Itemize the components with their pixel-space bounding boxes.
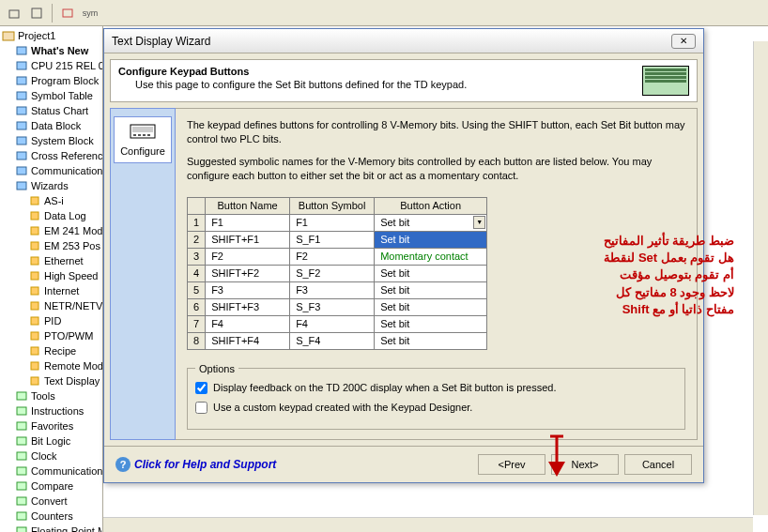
vscroll[interactable] — [753, 41, 768, 515]
options-legend: Options — [195, 363, 238, 374]
tree-wizard-item[interactable]: PTO/PWM — [2, 328, 100, 343]
svg-rect-33 — [17, 482, 26, 490]
svg-rect-21 — [31, 302, 38, 310]
tree-wizard-item[interactable]: NETR/NETV — [2, 298, 100, 313]
svg-marker-45 — [548, 462, 565, 477]
header-title: Configure Keypad Buttons — [118, 66, 249, 77]
svg-rect-31 — [17, 452, 26, 460]
tool-sym[interactable]: sym — [80, 3, 100, 23]
tree-item[interactable]: Instructions — [2, 403, 100, 418]
dialog-header: Configure Keypad Buttons Use this page t… — [110, 59, 698, 102]
tree-item[interactable]: Convert — [2, 494, 100, 509]
dialog-titlebar: Text Display Wizard ✕ — [104, 29, 703, 53]
tool-1[interactable] — [4, 3, 24, 23]
tree-item[interactable]: Status Chart — [2, 103, 100, 118]
sidebar-item-configure[interactable]: Configure — [114, 116, 172, 163]
cancel-button[interactable]: Cancel — [624, 454, 692, 475]
tree-item[interactable]: CPU 215 REL 01 — [2, 58, 100, 73]
svg-rect-20 — [31, 287, 38, 295]
wizard-sidebar: Configure — [110, 108, 176, 440]
tree-item[interactable]: Compare — [2, 479, 100, 494]
tree-wizard-item[interactable]: Internet — [2, 283, 100, 298]
close-button[interactable]: ✕ — [671, 34, 696, 49]
opt-custom-checkbox[interactable] — [195, 402, 207, 414]
svg-rect-28 — [17, 407, 26, 415]
opt-custom[interactable]: Use a custom keypad created with the Key… — [195, 402, 677, 414]
svg-rect-3 — [3, 32, 14, 40]
tree-wizard-item[interactable]: Data Log — [2, 208, 100, 223]
table-row[interactable]: 6SHIFT+F3S_F3Set bit — [188, 298, 487, 315]
tree-item[interactable]: Data Block — [2, 118, 100, 133]
tree-item[interactable]: Symbol Table — [2, 88, 100, 103]
svg-rect-39 — [133, 134, 136, 136]
prev-button[interactable]: <Prev — [478, 454, 545, 475]
tree-item[interactable]: What's New — [2, 43, 100, 58]
options-group: Options Display feedback on the TD 200C … — [187, 363, 685, 430]
svg-rect-24 — [31, 347, 38, 355]
help-link[interactable]: ?Click for Help and Support — [115, 457, 276, 472]
svg-rect-12 — [17, 167, 26, 175]
tree-wizard-item[interactable]: High Speed — [2, 268, 100, 283]
project-tree[interactable]: Project1 What's NewCPU 215 REL 01Program… — [0, 26, 103, 532]
tree-item[interactable]: Program Block — [2, 73, 100, 88]
table-row[interactable]: 7F4F4Set bit — [188, 315, 487, 332]
tree-wizard-item[interactable]: Ethernet — [2, 253, 100, 268]
table-row[interactable]: 5F3F3Set bit — [188, 281, 487, 298]
svg-rect-7 — [17, 92, 26, 99]
tree-wizard-item[interactable]: EM 241 Mod — [2, 223, 100, 238]
tree-wizard-item[interactable]: Recipe — [2, 343, 100, 358]
svg-rect-18 — [31, 257, 38, 265]
svg-rect-41 — [143, 134, 146, 136]
header-subtitle: Use this page to configure the Set Bit b… — [135, 79, 467, 90]
table-row[interactable]: 2SHIFT+F1S_F1Set bit — [188, 231, 487, 248]
opt-feedback[interactable]: Display feedback on the TD 200C display … — [195, 382, 677, 394]
tree-item[interactable]: Bit Logic — [2, 433, 100, 448]
table-row[interactable]: 3F2F2Momentary contact — [188, 248, 487, 265]
tree-item[interactable]: Clock — [2, 448, 100, 464]
td-device-icon — [642, 66, 689, 96]
para-2: Suggested symbolic names for the V-Memor… — [187, 155, 685, 184]
tool-2[interactable] — [26, 3, 47, 23]
tree-item[interactable]: Wizards — [2, 178, 100, 193]
table-row[interactable]: 4SHIFT+F2S_F2Set bit — [188, 265, 487, 281]
tree-item[interactable]: Communications — [2, 464, 100, 479]
keypad-table[interactable]: Button NameButton SymbolButton Action 1F… — [187, 197, 487, 350]
annotation-text: ضبط طريقة تأثير المفاتيح هل تقوم بعمل Se… — [593, 233, 734, 318]
svg-rect-26 — [31, 377, 38, 385]
hscroll[interactable] — [103, 517, 753, 532]
opt-feedback-checkbox[interactable] — [195, 382, 207, 394]
table-row[interactable]: 1F1F1Set bit▼ — [188, 214, 487, 231]
tree-wizard-item[interactable]: AS-i — [2, 193, 100, 208]
tree-item[interactable]: Counters — [2, 509, 100, 524]
tree-wizard-item[interactable]: Remote Mod — [2, 358, 100, 373]
tree-item[interactable]: Cross Reference — [2, 148, 100, 163]
tree-root[interactable]: Project1 — [2, 28, 100, 43]
svg-rect-5 — [17, 62, 26, 69]
tree-item[interactable]: Favorites — [2, 418, 100, 433]
tree-wizard-item[interactable]: Text Display — [2, 373, 100, 388]
svg-rect-4 — [17, 47, 26, 54]
dialog-title: Text Display Wizard — [112, 35, 210, 48]
tree-item[interactable]: Floating-Point Math — [2, 524, 100, 532]
tree-item[interactable]: Tools — [2, 388, 100, 403]
tree-item[interactable]: System Block — [2, 133, 100, 148]
tool-3[interactable] — [57, 3, 78, 23]
tree-wizard-item[interactable]: PID — [2, 313, 100, 328]
svg-rect-15 — [31, 212, 38, 220]
svg-rect-2 — [63, 9, 72, 17]
svg-rect-38 — [132, 127, 153, 132]
tree-item[interactable]: Communications — [2, 163, 100, 178]
dialog-footer: ?Click for Help and Support <Prev Next> … — [104, 446, 703, 482]
svg-rect-30 — [17, 437, 26, 445]
annotation-arrow — [543, 432, 571, 479]
tree-wizard-item[interactable]: EM 253 Pos — [2, 238, 100, 253]
svg-rect-25 — [31, 362, 38, 370]
table-row[interactable]: 8SHIFT+F4S_F4Set bit — [188, 332, 487, 349]
dropdown-icon[interactable]: ▼ — [473, 216, 485, 229]
svg-rect-6 — [17, 77, 26, 84]
svg-rect-8 — [17, 107, 26, 114]
svg-rect-17 — [31, 242, 38, 250]
svg-rect-22 — [31, 317, 38, 325]
svg-rect-9 — [17, 122, 26, 129]
sidebar-label: Configure — [120, 145, 165, 157]
